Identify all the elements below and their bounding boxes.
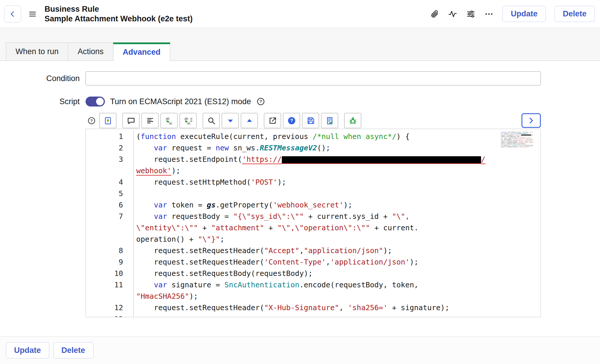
hamburger-menu-icon <box>28 10 37 18</box>
popout-button[interactable] <box>264 113 281 128</box>
editor-toolbar: ?abacabac? <box>86 113 541 128</box>
more-options-button[interactable] <box>484 9 494 19</box>
replace-all-icon: abac <box>184 116 193 125</box>
svg-text:ab: ab <box>184 117 188 120</box>
code-line[interactable]: 4 request.setHttpMethod('POST'); <box>86 176 541 188</box>
line-number: 1 <box>86 131 133 142</box>
code-line[interactable]: 12 request.setRequestHeader("X-Hub-Signa… <box>86 302 541 313</box>
ellipsis-icon <box>484 9 494 19</box>
line-number: 6 <box>86 199 133 211</box>
help-filled-button[interactable]: ? <box>283 113 300 128</box>
code-line-content: var token = gs.getProperty('webhook_secr… <box>133 199 541 211</box>
toolbar-group <box>203 113 258 128</box>
format-icon <box>146 116 155 125</box>
code-line[interactable]: 8 request.setRequestHeader("Accept","app… <box>86 245 541 256</box>
line-number: 4 <box>86 176 133 188</box>
back-button[interactable] <box>4 6 21 23</box>
line-number: 11 <box>86 279 133 302</box>
script-button[interactable] <box>99 113 116 128</box>
line-number: 13 <box>86 313 133 317</box>
help-filled-icon: ? <box>287 116 296 125</box>
context-menu-button[interactable] <box>28 10 37 18</box>
code-line[interactable]: 9 request.setRequestHeader('Content-Type… <box>86 256 541 268</box>
comment-button[interactable] <box>122 113 139 128</box>
tab-when-to-run[interactable]: When to run <box>6 42 68 61</box>
line-number: 3 <box>86 154 133 176</box>
line-number: 7 <box>86 211 133 245</box>
code-area: 1(function executeRule(current, previous… <box>86 131 541 317</box>
update-button-header[interactable]: Update <box>502 6 546 22</box>
help-icon: ? <box>87 116 96 125</box>
sliders-icon <box>466 9 475 19</box>
script-check-button[interactable] <box>321 113 338 128</box>
condition-input[interactable] <box>86 71 541 85</box>
code-line[interactable]: 2 var request = new sn_ws.RESTMessageV2(… <box>86 142 541 154</box>
tab-actions[interactable]: Actions <box>68 42 113 61</box>
replace-button[interactable]: abac <box>161 113 178 128</box>
code-line[interactable]: 6 var token = gs.getProperty('webhook_se… <box>86 199 541 211</box>
code-line[interactable]: 10 request.setRequestBody(requestBody); <box>86 268 541 279</box>
save-icon <box>306 116 315 125</box>
code-line[interactable]: 3 request.setEndpoint('https:///webhook'… <box>86 154 541 176</box>
help-button[interactable]: ? <box>86 116 97 125</box>
code-line[interactable]: 1(function executeRule(current, previous… <box>86 131 541 142</box>
code-line-content <box>133 313 541 317</box>
code-line-content: request.setRequestHeader("Accept","appli… <box>133 245 541 256</box>
script-icon <box>103 116 112 125</box>
expand-editor-button[interactable] <box>521 113 541 128</box>
condition-label: Condition <box>0 71 80 85</box>
debug-icon <box>348 116 357 125</box>
minimap-line: request.setRequestHeader("X-Hub-Signatur… <box>501 146 533 147</box>
tab-bar: When to runActionsAdvanced <box>6 42 170 61</box>
toolbar-group: ? <box>264 113 338 128</box>
search-icon <box>207 116 216 125</box>
line-number: 9 <box>86 256 133 268</box>
save-button[interactable] <box>302 113 319 128</box>
code-line[interactable]: 5 <box>86 188 541 199</box>
header-actions: Update Delete <box>430 6 595 22</box>
code-line-content: request.setHttpMethod('POST'); <box>133 176 541 188</box>
toggle-knob <box>96 98 104 105</box>
redacted-endpoint <box>282 156 481 164</box>
delete-button-footer[interactable]: Delete <box>53 342 93 358</box>
svg-text:ac: ac <box>187 121 191 125</box>
header: Business Rule Sample Attachment Webhook … <box>0 0 600 28</box>
es-mode-toggle[interactable] <box>86 97 105 107</box>
line-number: 10 <box>86 268 133 279</box>
popout-icon <box>268 116 277 125</box>
search-button[interactable] <box>203 113 220 128</box>
code-line[interactable]: 11 var signature = SncAuthentication.enc… <box>86 279 541 302</box>
svg-text:ac: ac <box>169 121 172 125</box>
attachment-icon <box>430 9 439 19</box>
code-line-content: var request = new sn_ws.RESTMessageV2(); <box>133 142 541 154</box>
activity-icon <box>448 9 457 19</box>
personalize-button[interactable] <box>466 9 475 19</box>
line-number: 12 <box>86 302 133 313</box>
attachment-button[interactable] <box>430 9 439 19</box>
delete-button-header[interactable]: Delete <box>555 6 595 22</box>
svg-text:?: ? <box>90 118 93 123</box>
footer: Update Delete <box>0 336 600 364</box>
tab-advanced[interactable]: Advanced <box>113 42 170 61</box>
back-chevron-icon <box>8 10 17 18</box>
format-button[interactable] <box>142 113 158 128</box>
code-line-content: var requestBody = "{\"sys_id\":\"" + cur… <box>133 211 541 245</box>
code-line[interactable]: 13 <box>86 313 541 317</box>
toolbar-group: abacabac <box>122 113 197 128</box>
replace-all-button[interactable]: abac <box>180 113 197 128</box>
record-name: Sample Attachment Webhook (e2e test) <box>45 14 193 24</box>
debug-button[interactable] <box>344 113 361 128</box>
help-icon: ? <box>256 97 265 106</box>
script-editor[interactable]: 1(function executeRule(current, previous… <box>86 129 541 317</box>
find-next-button[interactable] <box>222 113 239 128</box>
line-number: 8 <box>86 245 133 256</box>
update-button-footer[interactable]: Update <box>6 342 49 358</box>
code-line[interactable]: 7 var requestBody = "{\"sys_id\":\"" + c… <box>86 211 541 245</box>
svg-text:ab: ab <box>166 117 169 120</box>
comment-icon <box>127 116 136 125</box>
minimap[interactable]: (function executeRule(current, previous … <box>501 131 533 147</box>
es-mode-help-button[interactable]: ? <box>256 97 265 106</box>
activity-button[interactable] <box>448 9 457 19</box>
code-line-content: request.setRequestBody(requestBody); <box>133 268 541 279</box>
find-previous-button[interactable] <box>241 113 258 128</box>
